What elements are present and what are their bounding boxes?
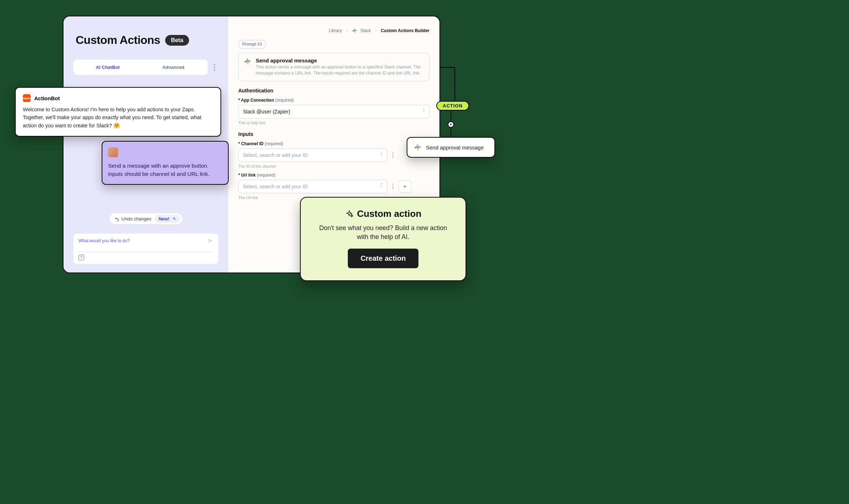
undo-button[interactable]: Undo changes	[115, 216, 152, 222]
prompt-number-pill[interactable]: Prompt #3	[238, 40, 266, 49]
bot-message-text: Welcome to Custom Actions! I'm here to h…	[23, 106, 213, 129]
bot-message-card: zapier ActionBot Welcome to Custom Actio…	[15, 87, 221, 137]
url-link-select[interactable]: Select, search or add your ID ˄˅	[238, 180, 387, 193]
cta-subtitle: Don't see what you need? Build a new act…	[315, 224, 451, 241]
slack-icon	[352, 28, 357, 34]
zap-step-card[interactable]: Send approval message	[407, 137, 495, 158]
add-step-button[interactable]: +	[448, 121, 454, 128]
chevron-updown-icon: ˄˅	[381, 153, 383, 158]
undo-icon	[115, 217, 120, 222]
slack-icon	[244, 57, 251, 65]
chevron-updown-icon: ˄˅	[423, 109, 425, 114]
auth-help-text: This is help text	[238, 121, 429, 125]
new-label: New!	[158, 216, 169, 222]
slack-icon	[414, 143, 422, 151]
connector-line	[454, 68, 455, 101]
connector-line	[444, 67, 455, 68]
url-link-label: Url link	[241, 173, 256, 178]
url-link-placeholder: Select, search or add your ID	[243, 184, 307, 189]
send-icon[interactable]	[208, 238, 213, 244]
action-description: This action sends a message with an appr…	[256, 64, 424, 77]
app-connection-select[interactable]: Slack @user (Zapier) ˄˅	[238, 105, 429, 118]
required-hint: (required)	[275, 98, 294, 103]
action-summary-card: Send approval message This action sends …	[238, 53, 429, 81]
sparkle-icon	[345, 210, 354, 218]
sparkle-icon	[172, 217, 177, 222]
user-message-card: Send a message with an approve button. i…	[102, 141, 229, 185]
new-badge[interactable]: New!	[155, 215, 180, 223]
section-authentication: Authentication	[238, 88, 429, 93]
action-title: Send approval message	[256, 57, 424, 63]
connector-line	[451, 128, 451, 138]
tab-ai-chatbot[interactable]: AI ChatBot	[75, 61, 141, 73]
bot-name: ActionBot	[34, 95, 60, 101]
cta-card: Custom action Don't see what you need? B…	[300, 197, 466, 281]
tab-advanced[interactable]: Advanced	[141, 61, 206, 73]
channel-id-placeholder: Select, search or add your ID	[243, 152, 307, 158]
chevron-right-icon: →	[374, 28, 378, 33]
help-icon[interactable]: ?	[78, 255, 84, 260]
chevron-right-icon: →	[345, 28, 349, 33]
page-title: Custom Actions	[76, 34, 160, 47]
add-input-button[interactable]: +	[398, 180, 411, 193]
section-inputs: Inputs	[238, 131, 429, 137]
beta-badge: Beta	[165, 35, 189, 46]
prompt-input-box: What would you like to do? ?	[73, 234, 218, 264]
tabs: AI ChatBot Advanced	[73, 60, 208, 75]
connector-line	[451, 110, 451, 122]
channel-id-label: Channel ID	[241, 141, 264, 146]
prompt-input[interactable]: What would you like to do?	[78, 238, 129, 243]
action-step-label: ACTION	[436, 101, 469, 111]
breadcrumb-current: Custom Actions Builder	[381, 28, 429, 33]
breadcrumb: Library → Slack → Custom Actions Builder	[238, 28, 429, 34]
undo-label: Undo changes	[122, 216, 152, 222]
channel-id-select[interactable]: Select, search or add your ID ˄˅	[238, 148, 387, 162]
app-connection-value: Slack @user (Zapier)	[243, 109, 290, 114]
channel-id-help: The ID of the channel	[238, 164, 429, 168]
required-hint: (required)	[257, 173, 275, 178]
avatar	[108, 147, 118, 157]
create-action-button[interactable]: Create action	[348, 249, 419, 268]
auth-field-label: App Connection	[241, 98, 274, 103]
zapier-icon: zapier	[23, 94, 31, 102]
cta-title: Custom action	[357, 208, 422, 219]
chevron-updown-icon: ˄˅	[381, 184, 383, 189]
required-hint: (required)	[265, 141, 283, 146]
breadcrumb-library[interactable]: Library	[329, 28, 342, 33]
url-link-menu[interactable]	[390, 184, 396, 189]
zap-step-title: Send approval message	[426, 144, 484, 151]
breadcrumb-app[interactable]: Slack	[360, 28, 371, 33]
user-message-text: Send a message with an approve button. i…	[108, 162, 222, 178]
channel-id-menu[interactable]	[390, 152, 396, 158]
undo-new-pill: Undo changes New!	[110, 213, 183, 224]
tabs-overflow-menu[interactable]	[210, 63, 218, 72]
